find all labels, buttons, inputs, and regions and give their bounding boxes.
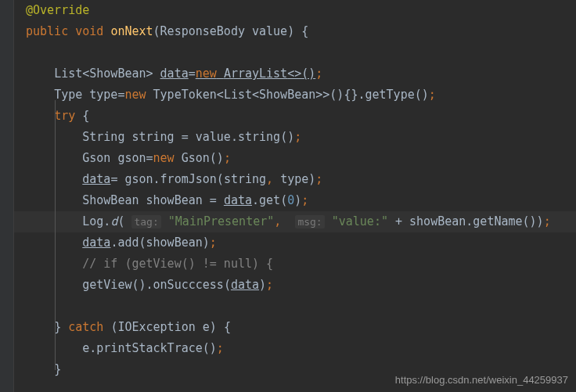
keyword-void: void bbox=[75, 24, 103, 38]
method-call: fromJson bbox=[160, 172, 217, 186]
param-hint-msg: msg: bbox=[295, 215, 324, 228]
comment: // if (getView() != null) { bbox=[82, 257, 273, 271]
variable: string bbox=[131, 130, 174, 144]
method-call: getType bbox=[365, 88, 415, 102]
code-line: ShowBean showBean = data.get(0); bbox=[0, 190, 576, 211]
string-literal: "MainPresenter" bbox=[168, 214, 274, 228]
variable: string bbox=[224, 172, 266, 186]
code-line: public void onNext(ResponseBody value) { bbox=[0, 21, 576, 42]
code-line: // if (getView() != null) { bbox=[0, 254, 576, 275]
type: ShowBean bbox=[82, 193, 139, 207]
code-line: getView().onSucccess(data); bbox=[0, 275, 576, 296]
keyword-new: new bbox=[124, 88, 146, 102]
type: List bbox=[224, 88, 252, 102]
method-call: onSucccess bbox=[153, 278, 224, 292]
code-editor[interactable]: @Override public void onNext(ResponseBod… bbox=[0, 0, 576, 380]
type: ShowBean bbox=[89, 67, 146, 81]
code-line: try { bbox=[0, 106, 576, 127]
method-call: string bbox=[238, 130, 280, 144]
code-line: data= gson.fromJson(string, type); bbox=[0, 169, 576, 190]
type: Type bbox=[54, 88, 82, 102]
type: ShowBean bbox=[259, 88, 315, 102]
variable: e bbox=[203, 320, 210, 334]
code-line: } catch (IOException e) { bbox=[0, 317, 576, 338]
type: ResponseBody bbox=[160, 24, 245, 38]
method-call: get bbox=[259, 193, 280, 207]
method-call: add bbox=[117, 236, 139, 250]
variable: value bbox=[196, 130, 231, 144]
keyword-public: public bbox=[26, 24, 68, 38]
type: String bbox=[82, 130, 124, 144]
fold-indicator-line bbox=[55, 100, 56, 370]
keyword-try: try bbox=[54, 109, 75, 123]
code-line: Gson gson=new Gson(); bbox=[0, 148, 576, 169]
code-line bbox=[0, 296, 576, 317]
code-line: Type type=new TypeToken<List<ShowBean>>(… bbox=[0, 85, 576, 106]
variable: data bbox=[82, 172, 110, 186]
variable: type bbox=[280, 172, 308, 186]
code-line: String string = value.string(); bbox=[0, 127, 576, 148]
type: ArrayList bbox=[224, 67, 287, 81]
type: IOException bbox=[117, 320, 195, 334]
code-line: e.printStackTrace(); bbox=[0, 338, 576, 359]
type: Gson bbox=[182, 151, 210, 165]
method-name: onNext bbox=[110, 24, 153, 38]
code-line: data.add(showBean); bbox=[0, 232, 576, 254]
param: value bbox=[252, 24, 287, 38]
param-hint-tag: tag: bbox=[131, 215, 160, 228]
keyword-new: new bbox=[153, 151, 175, 165]
method-call: getView bbox=[82, 278, 131, 292]
watermark-text: https://blog.csdn.net/weixin_44259937 bbox=[395, 374, 568, 386]
string-literal: "value:" bbox=[332, 214, 388, 228]
code-line-current: Log.d( tag: "MainPresenter", msg: "value… bbox=[0, 211, 576, 232]
variable: gson bbox=[117, 151, 146, 165]
keyword-catch: catch bbox=[68, 320, 103, 334]
annotation: @Override bbox=[26, 3, 89, 17]
code-line: @Override bbox=[0, 0, 576, 21]
type: TypeToken bbox=[153, 88, 217, 102]
variable: data bbox=[224, 193, 252, 207]
type: Log bbox=[82, 214, 103, 228]
type: Gson bbox=[82, 151, 110, 165]
number-literal: 0 bbox=[287, 193, 294, 207]
code-line: List<ShowBean> data=new ArrayList<>(); bbox=[0, 63, 576, 85]
variable: type bbox=[89, 88, 117, 102]
variable: showBean bbox=[146, 236, 203, 250]
variable: e bbox=[82, 341, 89, 355]
variable: showBean bbox=[146, 193, 203, 207]
code-line bbox=[0, 42, 576, 63]
variable: data bbox=[160, 67, 189, 81]
method-call: printStackTrace bbox=[96, 341, 202, 355]
variable: showBean bbox=[409, 214, 466, 228]
method-call: getName bbox=[473, 214, 522, 228]
keyword-new: new bbox=[196, 67, 217, 81]
variable: data bbox=[82, 236, 110, 250]
type: List bbox=[54, 67, 82, 81]
variable: gson bbox=[124, 172, 153, 186]
editor-gutter bbox=[0, 0, 14, 392]
variable: data bbox=[231, 278, 259, 292]
